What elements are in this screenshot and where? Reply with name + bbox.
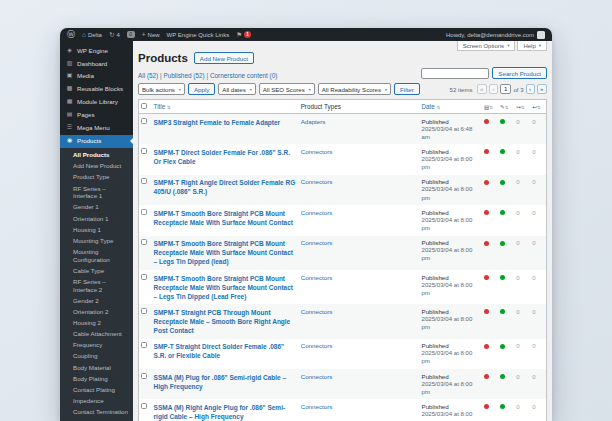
current-page-input[interactable]: 1: [500, 84, 511, 94]
prev-page-button[interactable]: ‹: [489, 84, 498, 94]
date-column-header[interactable]: Date ⇅: [420, 100, 482, 114]
last-page-button[interactable]: »: [537, 84, 547, 94]
publish-status: Published: [422, 342, 480, 349]
wordpress-logo-icon[interactable]: Ⓦ: [67, 29, 75, 40]
select-all-checkbox[interactable]: [141, 103, 147, 109]
outgoing-links-column-header[interactable]: ↩⇅: [530, 100, 546, 114]
product-type-link[interactable]: Connectors: [301, 308, 333, 315]
row-checkbox[interactable]: [141, 118, 147, 124]
product-type-link[interactable]: Connectors: [301, 148, 333, 155]
submenu-item[interactable]: Housing 1: [60, 224, 133, 235]
sidebar-item-dashboard[interactable]: ▥ Dashboard: [60, 57, 133, 70]
view-all[interactable]: All (52): [138, 72, 163, 79]
search-input[interactable]: [421, 68, 489, 79]
row-checkbox[interactable]: [141, 178, 147, 184]
title-column-header[interactable]: Title ⇅: [152, 100, 299, 114]
sidebar-item-media[interactable]: ▣ Media: [60, 70, 133, 83]
submenu-item[interactable]: Contact Plating: [60, 384, 133, 395]
sidebar-item-module-library[interactable]: ▦ Module Library: [60, 96, 133, 109]
submenu-item[interactable]: Gender 1: [60, 202, 133, 213]
product-title-link[interactable]: SMP-T Straight Direct Solder Female .086…: [154, 342, 297, 360]
row-checkbox[interactable]: [141, 274, 147, 280]
readability-column-header[interactable]: ✎⇅: [498, 100, 514, 114]
comments-menu[interactable]: 0: [127, 31, 135, 38]
submenu-item[interactable]: Gender 2: [60, 295, 133, 306]
site-name-menu[interactable]: ⌂ Delta: [82, 31, 102, 38]
product-title-link[interactable]: SMPM-T Straight PCB Through Mount Recept…: [154, 308, 297, 335]
submenu-item[interactable]: Add New Product: [60, 161, 133, 172]
product-type-link[interactable]: Connectors: [301, 239, 333, 246]
new-content-menu[interactable]: + New: [142, 31, 160, 38]
view-published[interactable]: Published (52): [163, 72, 209, 79]
submenu-item[interactable]: Contact Termination: [60, 406, 133, 417]
submenu-item[interactable]: Impedence: [60, 395, 133, 406]
wp-engine-quick-links-menu[interactable]: WP Engine Quick Links: [167, 32, 230, 38]
product-title-link[interactable]: SMPM-T Smooth Bore Straight PCB Mount Re…: [154, 274, 297, 301]
add-new-product-button[interactable]: Add New Product: [194, 52, 254, 64]
submenu-item[interactable]: Frequency: [60, 340, 133, 351]
product-type-link[interactable]: Connectors: [301, 209, 333, 216]
sidebar-item-reusable-blocks[interactable]: ▩ Reusable Blocks: [60, 83, 133, 96]
submenu-item[interactable]: Cable Attachment: [60, 329, 133, 340]
row-checkbox[interactable]: [141, 209, 147, 215]
product-type-link[interactable]: Adapters: [301, 118, 326, 125]
seo-score-column-header[interactable]: ▤⇅: [482, 100, 498, 114]
incoming-links-column-header[interactable]: ↪⇅: [514, 100, 530, 114]
product-type-link[interactable]: Connectors: [301, 342, 333, 349]
sidebar-item-products[interactable]: ◉ Products: [60, 135, 133, 148]
submenu-item[interactable]: Orientation 2: [60, 306, 133, 317]
submenu-item[interactable]: Housing 2: [60, 317, 133, 328]
submenu-item[interactable]: Orientation 1: [60, 213, 133, 224]
submenu-item[interactable]: All Products: [60, 150, 133, 161]
first-page-button[interactable]: «: [477, 84, 487, 94]
product-title-link[interactable]: SMPM-T Right Angle Direct Solder Female …: [154, 178, 297, 196]
row-checkbox[interactable]: [141, 148, 147, 154]
submenu-item[interactable]: Body Plating: [60, 373, 133, 384]
submenu-item[interactable]: Mounting Type: [60, 235, 133, 246]
apply-button[interactable]: Apply: [188, 83, 215, 95]
search-product-button[interactable]: Search Product: [492, 67, 547, 79]
submenu-item[interactable]: Mounting Configuration: [60, 246, 133, 265]
updates-menu[interactable]: ↻ 4: [109, 31, 120, 39]
readability-scores-select[interactable]: All Readability Scores ▾: [318, 83, 391, 95]
screen-options-tab[interactable]: Screen Options ▾: [457, 41, 516, 51]
product-title-link[interactable]: SMPM-T Smooth Bore Straight PCB Mount Re…: [154, 209, 297, 227]
submenu-item[interactable]: Coupling: [60, 351, 133, 362]
row-checkbox[interactable]: [141, 308, 147, 314]
help-tab[interactable]: Help ▾: [517, 41, 547, 51]
product-title-link[interactable]: SSMA (M) Plug for .086" Semi-rigid Cable…: [154, 373, 297, 391]
sidebar-item-wp-engine[interactable]: ◈ WP Engine: [60, 44, 133, 57]
product-title-link[interactable]: SMPM-T Direct Solder Female For .086" S.…: [154, 148, 297, 166]
submenu-item[interactable]: Product Type: [60, 172, 133, 183]
howdy-account-menu[interactable]: Howdy, delta@demanddrive.com: [446, 32, 534, 38]
submenu-item[interactable]: Military Reference: [60, 418, 133, 421]
sidebar-item-mega-menu[interactable]: ☰ Mega Menu: [60, 122, 133, 135]
sidebar-item-pages[interactable]: ▤ Pages: [60, 109, 133, 122]
submenu-item[interactable]: RF Series – Interface 2: [60, 276, 133, 295]
avatar[interactable]: [537, 31, 545, 39]
seo-scores-select[interactable]: All SEO Scores ▾: [259, 83, 315, 95]
sidebar-item-label: Mega Menu: [77, 124, 110, 132]
row-checkbox[interactable]: [141, 239, 147, 245]
row-checkbox[interactable]: [141, 342, 147, 348]
submenu-item[interactable]: Cable Type: [60, 265, 133, 276]
product-title-link[interactable]: SSMA (M) Right Angle Plug for .086" Semi…: [154, 403, 297, 421]
bulk-actions-select[interactable]: Bulk actions ▾: [138, 83, 185, 95]
product-type-link[interactable]: Connectors: [301, 178, 333, 185]
next-page-button[interactable]: ›: [526, 84, 535, 94]
row-checkbox[interactable]: [141, 373, 147, 379]
product-type-link[interactable]: Connectors: [301, 373, 333, 380]
submenu-item[interactable]: RF Series – Interface 1: [60, 183, 133, 202]
product-title-link[interactable]: SMP3 Straight Female to Female Adapter: [154, 118, 297, 127]
product-title-link[interactable]: SMPM-T Smooth Bore Straight PCB Mount Re…: [154, 239, 297, 266]
filter-button[interactable]: Filter: [394, 83, 420, 95]
product-type-link[interactable]: Connectors: [301, 274, 333, 281]
all-dates-select[interactable]: All dates ▾: [218, 83, 255, 95]
row-checkbox[interactable]: [141, 403, 147, 409]
submenu-item[interactable]: Body Material: [60, 362, 133, 373]
pages-icon: ▤: [66, 111, 73, 119]
wp-engine-notification-menu[interactable]: ⚑ 1: [236, 31, 251, 39]
sidebar-item-label: WP Engine: [77, 47, 108, 55]
view-cornerstone[interactable]: Cornerstone content (0): [210, 72, 278, 79]
product-type-link[interactable]: Connectors: [301, 403, 333, 410]
